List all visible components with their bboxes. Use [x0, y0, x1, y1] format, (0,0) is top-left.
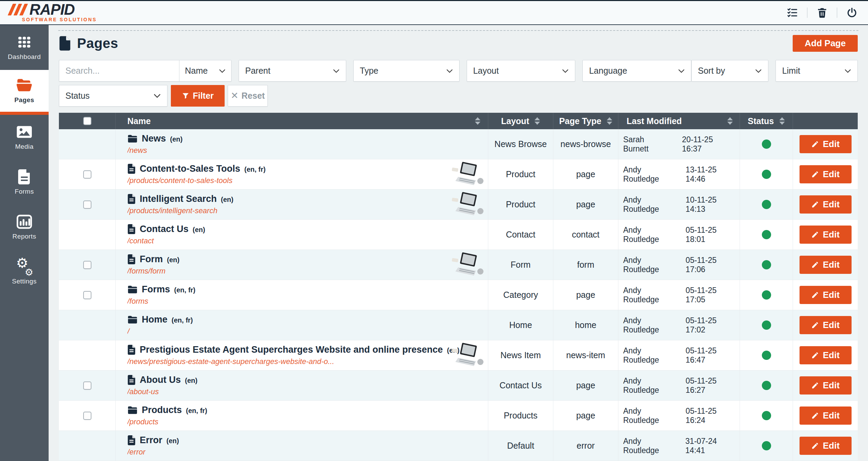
page-name[interactable]: About Us [140, 375, 181, 385]
page-name[interactable]: Prestigious Estate Agent Supercharges We… [140, 344, 443, 355]
page-name[interactable]: Intelligent Search [140, 194, 217, 204]
page-name[interactable]: News [142, 133, 166, 144]
modified-by: Andy Routledge [623, 286, 675, 304]
sidebar-item-reports[interactable]: Reports [0, 205, 49, 250]
power-icon[interactable] [846, 7, 858, 19]
edit-cell: Edit [793, 129, 858, 159]
edit-button[interactable]: Edit [800, 195, 852, 214]
edit-button[interactable]: Edit [800, 256, 852, 274]
page-path: /products/intelligent-search [127, 206, 234, 215]
name-cell: Error (en) /error [115, 431, 488, 461]
edit-button[interactable]: Edit [800, 376, 852, 395]
table-row: Prestigious Estate Agent Supercharges We… [59, 340, 858, 371]
table-row: Content-to-Sales Tools (en, fr) /product… [59, 159, 858, 190]
page-name[interactable]: Forms [142, 284, 170, 295]
edit-button[interactable]: Edit [800, 165, 852, 183]
edit-button[interactable]: Edit [800, 437, 852, 455]
edit-button[interactable]: Edit [800, 286, 852, 304]
language-select[interactable]: Language [582, 60, 691, 82]
page-name[interactable]: Error [140, 435, 162, 446]
search-combo: Name [59, 60, 231, 82]
edit-button[interactable]: Edit [800, 226, 852, 244]
page-name[interactable]: Home [142, 314, 167, 325]
edit-cell: Edit [793, 220, 858, 250]
page-thumbnail [448, 160, 487, 188]
last-modified-cell: Andy Routledge 31-07-24 14:41 [618, 431, 740, 461]
status-cell [740, 310, 793, 340]
edit-button-label: Edit [823, 440, 840, 451]
edit-button-label: Edit [823, 229, 840, 240]
sort-by-select[interactable]: Sort by [691, 60, 768, 82]
filter-button[interactable]: Filter [171, 85, 225, 107]
sort-icon[interactable] [727, 117, 733, 125]
layout-select[interactable]: Layout [467, 60, 576, 82]
row-checkbox[interactable] [83, 170, 91, 179]
page-name[interactable]: Contact Us [140, 224, 189, 234]
row-checkbox[interactable] [83, 412, 91, 420]
row-checkbox-cell [59, 371, 115, 400]
file-icon [127, 164, 136, 174]
page-languages: (en, fr) [186, 407, 207, 415]
name-cell: Intelligent Search (en) /products/intell… [115, 190, 488, 219]
row-checkbox[interactable] [83, 201, 91, 209]
last-modified-cell: Andy Routledge 13-11-25 14:46 [618, 159, 740, 189]
row-checkbox[interactable] [83, 381, 91, 390]
sidebar-item-pages[interactable]: Pages [0, 70, 49, 115]
row-checkbox[interactable] [83, 291, 91, 299]
edit-button[interactable]: Edit [800, 316, 852, 334]
select-all-checkbox[interactable] [83, 117, 91, 125]
type-select[interactable]: Type [353, 60, 460, 82]
image-icon [16, 124, 33, 139]
page-type-cell: news-browse [553, 129, 618, 159]
sidebar-item-settings[interactable]: ⚙⚙ Settings [0, 250, 49, 294]
table-row: Home (en, fr) / Ho [59, 310, 858, 340]
column-header-page-type[interactable]: Page Type [553, 113, 618, 129]
search-input[interactable] [59, 60, 179, 81]
status-select[interactable]: Status [59, 85, 167, 107]
modified-at: 05-11-25 16:47 [685, 346, 735, 365]
column-header-name[interactable]: Name [115, 113, 488, 129]
sidebar-item-media[interactable]: Media [0, 115, 49, 160]
page-type-cell: page [553, 190, 618, 219]
last-modified-cell: Sarah Burnett 20-11-25 16:37 [618, 129, 740, 159]
reset-button[interactable]: ✕ Reset [228, 85, 268, 107]
layout-cell: Product [488, 190, 553, 219]
column-header-last-modified[interactable]: Last Modified [618, 113, 740, 129]
name-cell: Contact Us (en) /contact [115, 220, 488, 250]
trash-icon[interactable] [816, 7, 828, 19]
edit-cell: Edit [793, 401, 858, 430]
layout-cell: Contact Us [488, 371, 553, 400]
row-checkbox[interactable] [83, 261, 91, 269]
edit-button[interactable]: Edit [800, 407, 852, 425]
modified-at: 05-11-25 18:01 [685, 226, 735, 244]
parent-select[interactable]: Parent [239, 60, 346, 82]
sort-icon[interactable] [475, 117, 480, 125]
name-cell: Prestigious Estate Agent Supercharges We… [115, 340, 488, 370]
search-field-select[interactable]: Name [179, 60, 231, 81]
edit-button[interactable]: Edit [800, 135, 852, 153]
page-path: / [127, 327, 193, 336]
page-type-cell: page [553, 371, 618, 400]
add-page-button[interactable]: Add Page [793, 35, 858, 52]
edit-cell: Edit [793, 431, 858, 461]
page-path: /products [127, 417, 207, 426]
page-name[interactable]: Content-to-Sales Tools [140, 163, 240, 174]
limit-select[interactable]: Limit [776, 60, 858, 82]
page-languages: (en) [185, 377, 198, 385]
page-name[interactable]: Form [140, 254, 163, 265]
close-icon: ✕ [231, 91, 239, 100]
parent-select-value: Parent [245, 66, 271, 76]
chevron-down-icon [844, 69, 851, 73]
sort-icon[interactable] [607, 117, 612, 125]
column-header-status[interactable]: Status [740, 113, 793, 129]
sidebar-item-forms[interactable]: Forms [0, 160, 49, 205]
page-title-text: Pages [77, 36, 118, 51]
sidebar-item-dashboard[interactable]: Dashboard [0, 25, 49, 70]
sort-icon[interactable] [779, 117, 785, 125]
column-header-layout[interactable]: Layout [488, 113, 553, 129]
page-name[interactable]: Products [142, 405, 182, 415]
edit-button[interactable]: Edit [800, 346, 852, 364]
brand-logo[interactable]: RAPID SOFTWARE SOLUTIONS [10, 3, 97, 22]
checklist-icon[interactable] [787, 7, 798, 19]
sort-icon[interactable] [534, 117, 540, 125]
